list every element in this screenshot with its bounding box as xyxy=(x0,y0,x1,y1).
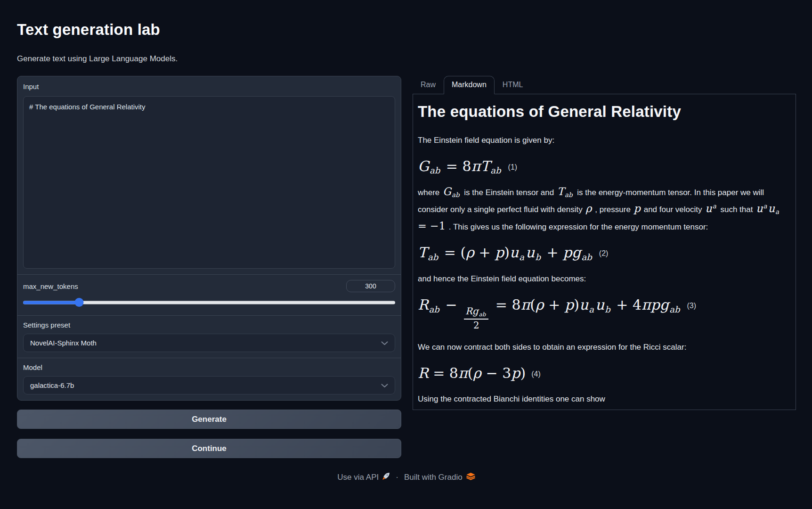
built-with-gradio-label: Built with Gradio xyxy=(404,473,463,482)
footer: Use via API · Built with Gradio xyxy=(17,472,796,483)
preset-label: Settings preset xyxy=(23,321,395,329)
max-tokens-row: max_new_tokens xyxy=(17,274,401,315)
input-column: Input # The equations of General Relativ… xyxy=(17,76,401,458)
paragraph: and hence the Einstein field equation be… xyxy=(418,271,791,288)
chevron-down-icon xyxy=(381,339,388,347)
paragraph: The Einstein field equation is given by: xyxy=(418,132,791,149)
inline-math: p xyxy=(634,202,641,214)
slider-track[interactable] xyxy=(23,301,395,304)
equation-number: (2) xyxy=(599,249,609,257)
inline-math: Tab xyxy=(557,185,574,197)
preset-dropdown-value: NovelAI-Sphinx Moth xyxy=(30,339,97,347)
form-panel: Input # The equations of General Relativ… xyxy=(17,76,401,401)
input-label: Input xyxy=(23,82,395,90)
rocket-icon xyxy=(382,472,390,483)
equation-number: (1) xyxy=(508,163,518,171)
markdown-output-panel: The equations of General Relativity The … xyxy=(413,94,796,410)
equation-number: (4) xyxy=(531,370,541,378)
use-via-api-link[interactable]: Use via API xyxy=(337,472,390,483)
display-math: R = 8π(ρ − 3p) xyxy=(418,365,526,381)
tab-raw[interactable]: Raw xyxy=(413,76,444,94)
model-dropdown[interactable]: galactica-6.7b xyxy=(23,376,395,394)
paragraph: We can now contract both sides to obtain… xyxy=(418,339,791,356)
markdown-heading: The equations of General Relativity xyxy=(418,103,791,121)
page-title: Text generation lab xyxy=(17,21,796,39)
display-math: Gab = 8πTab xyxy=(418,158,503,174)
tab-html[interactable]: HTML xyxy=(495,76,531,94)
main-columns: Input # The equations of General Relativ… xyxy=(17,76,796,458)
page-subtitle: Generate text using Large Language Model… xyxy=(17,54,796,64)
output-column: RawMarkdownHTML The equations of General… xyxy=(413,76,796,410)
preset-dropdown[interactable]: NovelAI-Sphinx Moth xyxy=(23,334,395,352)
display-math: Rab − Rgab2 = 8π(ρ + p)uaub + 4πpgab xyxy=(418,296,682,313)
paragraph: where Gab is the Einstein tensor and Tab… xyxy=(418,184,791,236)
equation: Rab − Rgab2 = 8π(ρ + p)uaub + 4πpgab(3) xyxy=(418,296,791,332)
input-row: Input # The equations of General Relativ… xyxy=(17,76,401,274)
paragraph: Using the contracted Bianchi identities … xyxy=(418,391,791,408)
inline-math: uaua = −1 xyxy=(418,202,780,232)
chevron-down-icon xyxy=(381,381,388,390)
slider-head: max_new_tokens xyxy=(23,280,395,292)
markdown-body: The Einstein field equation is given by:… xyxy=(418,132,791,408)
app-window: Text generation lab Generate text using … xyxy=(0,0,812,509)
generate-button[interactable]: Generate xyxy=(17,410,401,429)
model-row: Model galactica-6.7b xyxy=(17,358,401,400)
model-label: Model xyxy=(23,363,395,371)
inline-math: Gab xyxy=(443,185,461,197)
slider-thumb[interactable] xyxy=(74,298,83,307)
display-math: Tab = (ρ + p)uaub + pgab xyxy=(418,244,593,261)
gradio-logo-icon xyxy=(466,472,476,483)
equation: Tab = (ρ + p)uaub + pgab(2) xyxy=(418,243,791,263)
model-dropdown-value: galactica-6.7b xyxy=(30,381,74,389)
tab-bar: RawMarkdownHTML xyxy=(413,76,796,94)
slider-fill xyxy=(23,301,79,304)
use-via-api-label: Use via API xyxy=(337,473,379,482)
footer-separator: · xyxy=(396,473,398,482)
preset-row: Settings preset NovelAI-Sphinx Moth xyxy=(17,315,401,358)
max-tokens-label: max_new_tokens xyxy=(23,282,78,290)
tab-markdown[interactable]: Markdown xyxy=(444,76,495,94)
built-with-gradio-link[interactable]: Built with Gradio xyxy=(404,472,476,483)
equation: R = 8π(ρ − 3p)(4) xyxy=(418,364,791,383)
max-tokens-slider[interactable] xyxy=(23,298,395,307)
inline-math: ua xyxy=(705,202,717,214)
max-tokens-number-input[interactable] xyxy=(346,280,395,292)
equation-number: (3) xyxy=(687,302,697,310)
inline-math: ρ xyxy=(585,202,592,214)
prompt-textarea[interactable]: # The equations of General Relativity xyxy=(23,96,395,269)
continue-button[interactable]: Continue xyxy=(17,439,401,458)
equation: Gab = 8πTab(1) xyxy=(418,157,791,177)
